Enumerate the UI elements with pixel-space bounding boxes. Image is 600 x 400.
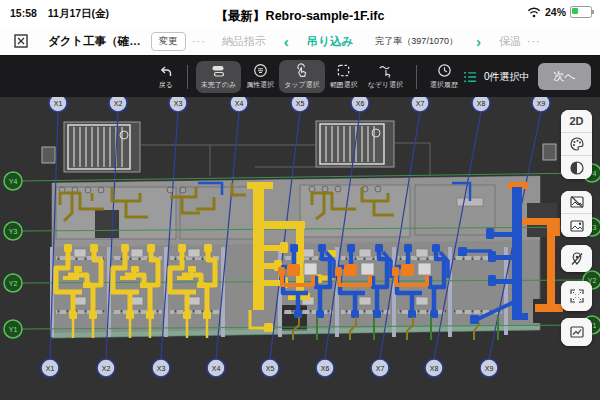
chart-icon xyxy=(569,324,585,340)
image-off-icon xyxy=(569,194,585,210)
change-button[interactable]: 変更 xyxy=(151,32,186,51)
svg-text:X3: X3 xyxy=(157,365,166,372)
palette-button[interactable] xyxy=(561,133,592,156)
filter-toggle-icon xyxy=(210,64,226,78)
palette-icon xyxy=(569,136,585,152)
svg-text:X6: X6 xyxy=(356,100,365,107)
chevron-right-icon[interactable]: › xyxy=(476,33,481,50)
view-2d-label: 2D xyxy=(569,115,583,127)
svg-text:X6: X6 xyxy=(321,365,330,372)
back-button[interactable]: 戻る xyxy=(153,61,179,93)
battery-percent: 24% xyxy=(545,6,566,18)
range-select-label: 範囲選択 xyxy=(330,80,358,90)
svg-text:X4: X4 xyxy=(235,100,244,107)
svg-text:X7: X7 xyxy=(376,365,385,372)
svg-text:Y3: Y3 xyxy=(9,228,18,235)
pin-off-button[interactable] xyxy=(561,245,592,272)
step-next[interactable]: 保温 xyxy=(499,34,521,49)
chevron-left-icon[interactable]: ‹ xyxy=(284,33,289,50)
svg-text:X9: X9 xyxy=(537,100,546,107)
trace-select-label: なぞり選択 xyxy=(368,80,404,90)
back-label: 戻る xyxy=(159,80,173,90)
battery-icon xyxy=(570,6,592,18)
svg-text:X5: X5 xyxy=(266,365,275,372)
trace-icon xyxy=(377,63,393,78)
chart-tools-group xyxy=(561,318,592,346)
attribute-select-label: 属性選択 xyxy=(246,80,274,90)
contrast-icon xyxy=(569,160,585,176)
svg-text:Y1: Y1 xyxy=(9,326,18,333)
chart-button[interactable] xyxy=(561,318,592,346)
document-title: 【最新】Rebro-sample-1F.ifc xyxy=(0,8,600,25)
equipment-box-right xyxy=(543,144,556,160)
main-toolbar: 戻る 未完了のみ 属性選択 タップ選択 範囲選択 なぞり選択 xyxy=(0,56,600,97)
contrast-button[interactable] xyxy=(561,156,592,179)
cad-canvas[interactable]: X1 X2 X3 X4 X5 X6 X7 X8 X9 X1 X2 X3 X4 X… xyxy=(0,97,600,400)
tap-select-button[interactable]: タップ選択 xyxy=(279,60,325,93)
svg-text:X8: X8 xyxy=(430,365,439,372)
x-axis-bubbles-top: X1 X2 X3 X4 X5 X6 X7 X8 X9 xyxy=(49,97,550,112)
svg-text:X1: X1 xyxy=(46,365,55,372)
selection-count: 0件選択中 xyxy=(484,70,530,84)
pin-off-icon xyxy=(569,251,585,267)
floor-plan[interactable]: X1 X2 X3 X4 X5 X6 X7 X8 X9 X1 X2 X3 X4 X… xyxy=(0,97,600,400)
ahu-unit-left[interactable] xyxy=(64,122,140,172)
completion-rate: 完了率（397/1070） xyxy=(375,35,458,48)
list-icon xyxy=(463,70,478,84)
project-name: ダクト工事（確… xyxy=(48,34,141,49)
close-box-icon[interactable] xyxy=(14,34,28,48)
image-tools-group xyxy=(561,191,592,237)
status-bar: 15:58 11月17日(金) 【最新】Rebro-sample-1F.ifc … xyxy=(0,0,600,27)
svg-text:X7: X7 xyxy=(416,100,425,107)
image-off-button[interactable] xyxy=(561,191,592,214)
pin-tools-group xyxy=(561,245,592,272)
svg-text:X1: X1 xyxy=(54,100,63,107)
selection-history-label: 選択履歴 xyxy=(430,80,458,90)
image-icon xyxy=(569,218,585,234)
incomplete-only-button[interactable]: 未完了のみ xyxy=(196,61,241,93)
svg-text:X4: X4 xyxy=(212,365,221,372)
wifi-icon xyxy=(527,6,541,18)
svg-text:X9: X9 xyxy=(485,365,494,372)
x-axis-bubbles-bottom: X1 X2 X3 X4 X5 X6 X7 X8 X9 xyxy=(41,359,498,377)
back-icon xyxy=(158,64,174,78)
trace-select-button[interactable]: なぞり選択 xyxy=(363,60,409,93)
y-axis-bubbles-left: Y4 Y3 Y2 Y1 xyxy=(4,172,22,338)
next-button[interactable]: 次へ xyxy=(538,63,591,90)
equipment-box-left xyxy=(42,147,55,163)
svg-text:X2: X2 xyxy=(102,365,111,372)
steps-menu-button[interactable]: ··· xyxy=(527,35,541,47)
svg-text:X3: X3 xyxy=(174,100,183,107)
range-select-button[interactable]: 範囲選択 xyxy=(325,60,363,93)
image-button[interactable] xyxy=(561,214,592,237)
fit-tools-group xyxy=(561,281,592,311)
step-current[interactable]: 吊り込み xyxy=(307,34,354,49)
tap-select-label: タップ選択 xyxy=(284,80,320,90)
project-menu-button[interactable]: ··· xyxy=(192,35,206,47)
svg-text:X8: X8 xyxy=(477,100,486,107)
attribute-icon xyxy=(253,63,268,78)
history-clock-icon xyxy=(437,63,452,78)
svg-text:X2: X2 xyxy=(114,100,123,107)
tap-icon xyxy=(294,63,309,78)
svg-text:Y2: Y2 xyxy=(9,280,18,287)
expand-arrows-icon xyxy=(569,288,585,304)
view-tools-group: 2D xyxy=(561,110,592,179)
expand-view-button[interactable] xyxy=(561,281,592,311)
step-previous[interactable]: 納品指示 xyxy=(222,34,266,49)
selection-history-button[interactable]: 選択履歴 xyxy=(425,60,463,93)
svg-text:Y4: Y4 xyxy=(9,178,18,185)
svg-text:X5: X5 xyxy=(296,100,305,107)
view-2d-button[interactable]: 2D xyxy=(561,110,592,133)
range-select-icon xyxy=(336,63,351,78)
process-bar: ダクト工事（確… 変更 ··· 納品指示 ‹ 吊り込み 完了率（397/1070… xyxy=(0,27,600,56)
attribute-select-button[interactable]: 属性選択 xyxy=(241,60,279,93)
incomplete-only-label: 未完了のみ xyxy=(201,80,236,90)
